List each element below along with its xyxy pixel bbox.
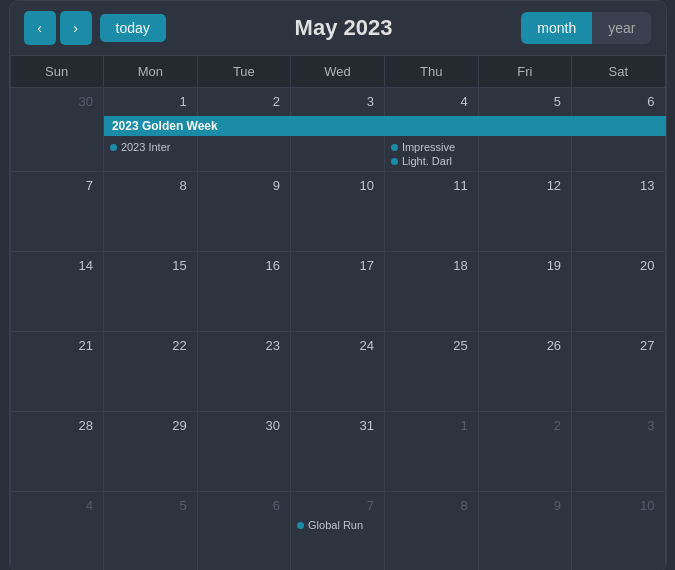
date-label: 27 [578, 336, 658, 357]
date-label: 22 [110, 336, 191, 357]
cell-may-13[interactable]: 13 [572, 172, 665, 252]
week-row-1: 30 1 2023 Golden Week 2023 Inter 2 3 [10, 88, 665, 172]
cell-may-1[interactable]: 1 2023 Golden Week 2023 Inter [103, 88, 197, 172]
date-label: 21 [17, 336, 97, 357]
day-header-wed: Wed [291, 56, 385, 88]
day-header-thu: Thu [384, 56, 478, 88]
cell-may-23[interactable]: 23 [197, 332, 290, 412]
cell-may-9[interactable]: 9 [197, 172, 290, 252]
date-label: 14 [17, 256, 97, 277]
date-label: 30 [17, 92, 97, 113]
date-label: 16 [204, 256, 284, 277]
week-row-6: 4 5 6 7 Global Run 8 9 10 [10, 492, 665, 571]
cell-apr-30[interactable]: 30 [10, 88, 103, 172]
cell-may-11[interactable]: 11 [384, 172, 478, 252]
cell-jun-2[interactable]: 2 [478, 412, 571, 492]
date-label: 1 [110, 92, 191, 113]
cell-may-25[interactable]: 25 [384, 332, 478, 412]
event-dot-icon [391, 158, 398, 165]
next-button[interactable]: › [60, 11, 92, 45]
date-label: 7 [17, 176, 97, 197]
cell-may-12[interactable]: 12 [478, 172, 571, 252]
calendar-grid: Sun Mon Tue Wed Thu Fri Sat 30 1 2023 Go… [10, 55, 666, 570]
cell-may-18[interactable]: 18 [384, 252, 478, 332]
cell-may-21[interactable]: 21 [10, 332, 103, 412]
golden-week-event[interactable]: 2023 Golden Week [104, 116, 667, 136]
event-dot-icon [110, 144, 117, 151]
date-label: 15 [110, 256, 191, 277]
cell-may-27[interactable]: 27 [572, 332, 665, 412]
date-label: 17 [297, 256, 378, 277]
day-header-sun: Sun [10, 56, 103, 88]
date-label: 4 [17, 496, 97, 517]
date-label: 24 [297, 336, 378, 357]
date-label: 31 [297, 416, 378, 437]
view-toggle: month year [521, 12, 651, 44]
date-label: 28 [17, 416, 97, 437]
event-label: 2023 Inter [121, 141, 171, 153]
cell-may-19[interactable]: 19 [478, 252, 571, 332]
date-label: 8 [110, 176, 191, 197]
event-dot-icon [391, 144, 398, 151]
cell-may-26[interactable]: 26 [478, 332, 571, 412]
cell-may-14[interactable]: 14 [10, 252, 103, 332]
day-header-mon: Mon [103, 56, 197, 88]
day-header-sat: Sat [572, 56, 665, 88]
week-row-5: 28 29 30 31 1 2 3 [10, 412, 665, 492]
prev-button[interactable]: ‹ [24, 11, 56, 45]
date-label: 19 [485, 256, 565, 277]
date-label: 8 [391, 496, 472, 517]
today-button[interactable]: today [100, 14, 166, 42]
cell-may-28[interactable]: 28 [10, 412, 103, 492]
cell-may-22[interactable]: 22 [103, 332, 197, 412]
date-label: 10 [578, 496, 658, 517]
cell-may-29[interactable]: 29 [103, 412, 197, 492]
cell-may-30[interactable]: 30 [197, 412, 290, 492]
date-label: 5 [485, 92, 565, 113]
cell-may-20[interactable]: 20 [572, 252, 665, 332]
calendar-title: May 2023 [295, 15, 393, 41]
cell-jun-1[interactable]: 1 [384, 412, 478, 492]
day-header-fri: Fri [478, 56, 571, 88]
date-label: 3 [297, 92, 378, 113]
date-label: 11 [391, 176, 472, 197]
year-view-button[interactable]: year [592, 12, 651, 44]
event-impressive[interactable]: Impressive [391, 141, 472, 153]
cell-jun-5[interactable]: 5 [103, 492, 197, 571]
event-light-dark[interactable]: Light. Darl [391, 155, 472, 167]
cell-jun-7[interactable]: 7 Global Run [291, 492, 385, 571]
cell-may-7[interactable]: 7 [10, 172, 103, 252]
cell-may-31[interactable]: 31 [291, 412, 385, 492]
cell-jun-9[interactable]: 9 [478, 492, 571, 571]
date-label: 20 [578, 256, 658, 277]
week-row-3: 14 15 16 17 18 19 20 [10, 252, 665, 332]
date-label: 4 [391, 92, 472, 113]
date-label: 2 [485, 416, 565, 437]
date-label: 18 [391, 256, 472, 277]
date-label: 25 [391, 336, 472, 357]
cell-may-24[interactable]: 24 [291, 332, 385, 412]
date-label: 2 [204, 92, 284, 113]
cell-may-10[interactable]: 10 [291, 172, 385, 252]
date-label: 9 [485, 496, 565, 517]
month-view-button[interactable]: month [521, 12, 592, 44]
date-label: 7 [297, 496, 378, 517]
date-label: 13 [578, 176, 658, 197]
event-global-run[interactable]: Global Run [297, 519, 378, 531]
cell-jun-8[interactable]: 8 [384, 492, 478, 571]
cell-may-16[interactable]: 16 [197, 252, 290, 332]
cell-may-17[interactable]: 17 [291, 252, 385, 332]
date-label: 5 [110, 496, 191, 517]
date-label: 30 [204, 416, 284, 437]
date-label: 23 [204, 336, 284, 357]
event-2023-inter[interactable]: 2023 Inter [110, 141, 191, 153]
cell-may-15[interactable]: 15 [103, 252, 197, 332]
event-dot-icon [297, 522, 304, 529]
cell-jun-10[interactable]: 10 [572, 492, 665, 571]
date-label: 3 [578, 416, 658, 437]
cell-jun-6[interactable]: 6 [197, 492, 290, 571]
cell-jun-4[interactable]: 4 [10, 492, 103, 571]
date-label: 12 [485, 176, 565, 197]
cell-jun-3[interactable]: 3 [572, 412, 665, 492]
cell-may-8[interactable]: 8 [103, 172, 197, 252]
